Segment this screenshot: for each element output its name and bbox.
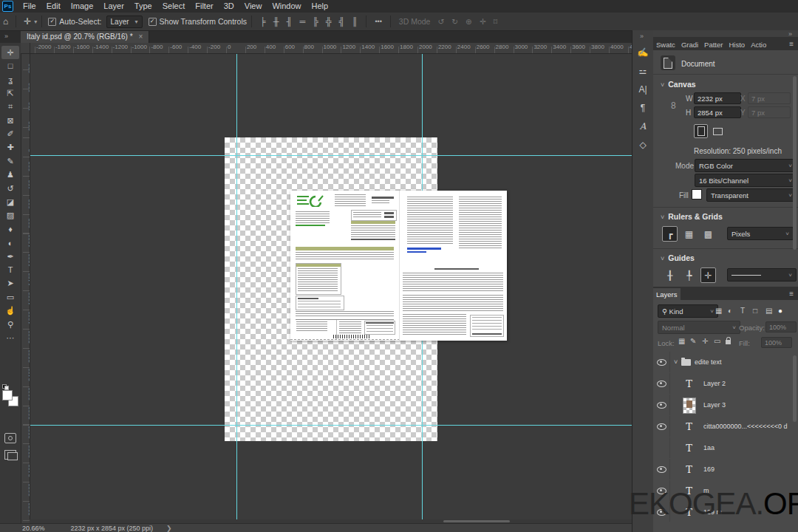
layer-row[interactable]: TLayer 2 [653, 373, 798, 395]
align-left-icon[interactable]: ╞ [256, 17, 270, 26]
visibility-toggle[interactable] [653, 459, 670, 480]
align-center-h-icon[interactable]: ╫ [270, 17, 283, 26]
canvas-area[interactable] [21, 53, 632, 523]
new-guide-icon[interactable]: ╂ [662, 267, 678, 283]
lock-pixels-icon[interactable]: ✎ [690, 337, 696, 345]
type-tool[interactable]: T [1, 263, 19, 276]
history-brush-tool[interactable]: ↺ [1, 182, 19, 195]
show-transform-checkbox[interactable]: ✓ [149, 18, 157, 26]
foreground-color-swatch[interactable] [2, 390, 13, 400]
fill-swatch[interactable] [692, 189, 702, 200]
mode-dropdown[interactable]: RGB Color˅ [695, 159, 797, 172]
type-layer-thumbnail[interactable]: T [683, 440, 695, 456]
auto-select-checkbox[interactable]: ✓ [48, 18, 56, 26]
filter-type-layers-icon[interactable]: T [740, 307, 745, 315]
type-layer-thumbnail[interactable]: T [683, 376, 695, 392]
default-colors-icon[interactable] [2, 384, 9, 389]
collapse-toolbar-icon[interactable]: » [4, 33, 8, 40]
blur-tool[interactable]: ♦ [1, 222, 19, 236]
filter-shape-layers-icon[interactable]: □ [753, 307, 757, 315]
color-swatches[interactable] [2, 389, 18, 406]
image-layer-thumbnail[interactable] [683, 398, 696, 414]
panel-menu-icon[interactable]: ≡ [789, 40, 794, 48]
visibility-toggle[interactable] [653, 373, 670, 394]
units-dropdown[interactable]: Pixels˅ [727, 227, 794, 240]
close-tab-icon[interactable]: × [139, 33, 143, 41]
auto-select-target-dropdown[interactable]: Layer ▾ [106, 16, 143, 28]
3d-pan-icon[interactable]: ⊕ [462, 17, 476, 26]
scrollbar-thumb[interactable] [443, 520, 510, 522]
lasso-tool[interactable]: ʓ [1, 73, 19, 86]
path-selection-tool[interactable]: ➤ [1, 277, 19, 290]
canvas-section-header[interactable]: ˅Canvas [661, 80, 696, 89]
guide-vertical-1[interactable] [236, 53, 237, 523]
type-layer-thumbnail[interactable]: T [683, 462, 695, 477]
rulers-grids-section-header[interactable]: ˅Rulers & Grids [661, 212, 723, 221]
3d-orbit-icon[interactable]: ↺ [434, 17, 448, 26]
filter-toggle-icon[interactable]: ● [778, 307, 782, 315]
menu-3d[interactable]: 3D [219, 0, 239, 13]
status-arrow-icon[interactable]: ❯ [166, 525, 172, 532]
zoom-level[interactable]: 20.66% [22, 525, 45, 532]
lock-artboard-icon[interactable]: ▭ [714, 337, 720, 345]
fill-dropdown[interactable]: Transparent˅ [706, 188, 797, 202]
dodge-tool[interactable]: ◐ [1, 236, 19, 250]
brush-tool[interactable]: ✎ [1, 154, 19, 168]
ruler-toggle-icon[interactable]: ┏ [662, 226, 678, 242]
object-selection-tool[interactable]: ⇱ [1, 86, 19, 100]
distribute-center-icon[interactable]: ╬ [322, 17, 335, 26]
menu-file[interactable]: File [18, 0, 41, 13]
gradient-tool[interactable]: ▨ [1, 209, 19, 222]
glyphs-panel-icon[interactable]: A [632, 119, 653, 134]
layer-row[interactable]: ˅edite text [653, 352, 798, 374]
type-layer-thumbnail[interactable]: T [683, 419, 695, 434]
expand-panels-icon[interactable]: » [640, 33, 644, 40]
more-options-icon[interactable]: ••• [371, 18, 385, 25]
visibility-toggle[interactable] [653, 437, 670, 458]
menu-layer[interactable]: Layer [98, 0, 129, 13]
home-icon[interactable]: ⌂ [0, 16, 11, 27]
menu-help[interactable]: Help [307, 0, 334, 13]
layer-row[interactable]: Tcitta0000000...<<<<<<<<0 d [653, 416, 798, 438]
clone-stamp-tool[interactable]: ♟ [1, 168, 19, 182]
visibility-toggle[interactable] [653, 416, 670, 437]
distribute-v-icon[interactable]: ║ [349, 17, 362, 26]
pixel-grid-toggle-icon[interactable]: ▩ [700, 226, 716, 242]
marquee-tool[interactable]: □ [1, 59, 19, 72]
guide-horizontal-2[interactable] [21, 425, 632, 426]
grid-toggle-icon[interactable]: ▦ [681, 226, 697, 242]
layer-row[interactable]: T1aa [653, 437, 798, 460]
menu-image[interactable]: Image [66, 0, 99, 13]
menu-select[interactable]: Select [157, 0, 191, 13]
collapse-dock-icon[interactable]: » [788, 30, 792, 38]
lock-guides-icon[interactable]: ✛ [700, 267, 716, 283]
distribute-right-icon[interactable]: ╣ [335, 17, 349, 26]
3d-slide-icon[interactable]: ✛ [476, 17, 490, 26]
3d-camera-icon[interactable]: ⌑ [490, 17, 501, 26]
filter-pixel-layers-icon[interactable]: ▦ [715, 307, 722, 315]
landscape-orientation-button[interactable] [711, 124, 725, 138]
eyedropper-tool[interactable]: ✐ [1, 127, 19, 140]
quick-mask-button[interactable] [4, 433, 16, 443]
lock-position-icon[interactable]: ✛ [702, 337, 708, 345]
height-field[interactable]: 2854 px [694, 106, 741, 118]
visibility-toggle[interactable] [653, 395, 670, 415]
guides-section-header[interactable]: ˅Guides [661, 253, 695, 262]
move-tool[interactable]: ✛ [1, 46, 19, 59]
link-dimensions-icon[interactable]: 8 [671, 100, 676, 111]
hand-tool[interactable]: ☝ [1, 304, 19, 318]
portrait-orientation-button[interactable] [694, 124, 708, 138]
zoom-tool[interactable]: ⚲ [1, 318, 19, 331]
bill-document-image[interactable] [290, 191, 507, 341]
edit-toolbar-button[interactable]: ⋯ [1, 331, 19, 344]
menu-window[interactable]: Window [267, 0, 306, 13]
menu-edit[interactable]: Edit [41, 0, 66, 13]
layers-menu-icon[interactable]: ≡ [789, 290, 794, 298]
lock-all-icon[interactable] [726, 340, 731, 344]
frame-tool[interactable]: ⊠ [1, 114, 19, 127]
filter-adjustment-layers-icon[interactable]: ◐ [728, 307, 732, 315]
3d-panel-icon[interactable]: ◇ [632, 137, 653, 152]
screen-mode-button[interactable] [4, 450, 16, 460]
menu-view[interactable]: View [239, 0, 267, 13]
brush-settings-panel-icon[interactable]: ⚍ [632, 64, 653, 78]
